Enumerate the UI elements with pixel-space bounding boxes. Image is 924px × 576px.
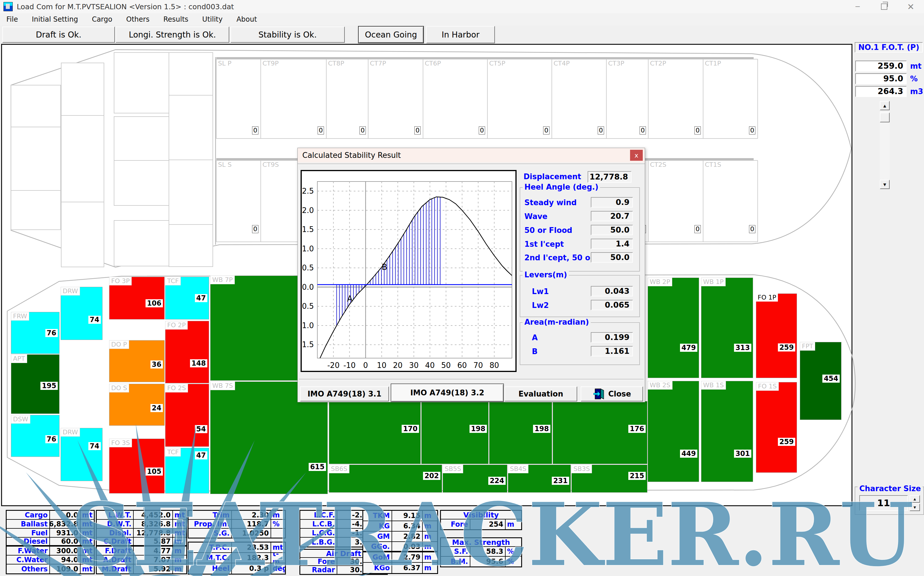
row-unit: %	[505, 557, 521, 566]
displacement-value: 12,778.8	[588, 171, 632, 183]
menu-item-about[interactable]: About	[236, 15, 265, 23]
row-value: 7.07	[134, 555, 173, 564]
row-label: Fore	[300, 558, 337, 565]
dialog-button-evaluation[interactable]: Evaluation	[504, 386, 577, 402]
menu-item-results[interactable]: Results	[164, 15, 196, 23]
tank-quantity-field-m3[interactable]: 264.3	[855, 86, 907, 97]
tank-weight-value: 36	[151, 360, 163, 368]
tank-sb4s[interactable]: SB4S231	[508, 465, 571, 493]
row-unit: %	[271, 520, 285, 528]
tank-fo-2s[interactable]: FO 2S54	[165, 384, 209, 447]
menu-item-others[interactable]: Others	[126, 15, 157, 23]
mode-button-ocean-going[interactable]: Ocean Going	[358, 26, 424, 43]
tank-weight-value: 259	[778, 343, 795, 352]
tank-dsw[interactable]: DSW76	[11, 415, 59, 457]
scrollbar-thumb[interactable]	[880, 112, 890, 122]
tank-wb-2s[interactable]: WB 2S449	[648, 381, 699, 482]
tank-unnamed-16[interactable]: 198	[421, 401, 489, 464]
svg-text:-10: -10	[343, 361, 355, 370]
tank-wb-1p[interactable]: WB 1P313	[701, 278, 753, 378]
tank-unnamed-18[interactable]: 176	[553, 401, 647, 464]
tank-name-label: FO 1S	[756, 382, 779, 391]
table-row: D.W.T.8,326.8mt	[97, 520, 186, 529]
tank-sb5s[interactable]: SB5S224	[443, 465, 507, 493]
tank-sb6s[interactable]: SB6S202	[329, 465, 442, 493]
row-label: F.Water	[6, 547, 50, 555]
scroll-up-icon[interactable]: ▲	[880, 101, 890, 110]
table-row: Fuel931.0mt	[6, 529, 94, 538]
cargo-cell-value-ct9p: 0	[318, 126, 324, 134]
close-icon[interactable]: ✕	[897, 0, 924, 13]
displacement-label: Displacement	[523, 172, 581, 181]
tank-wb-1s[interactable]: WB 1S301	[701, 381, 753, 482]
row-unit: m	[423, 563, 437, 573]
minimize-icon[interactable]: ─	[844, 0, 871, 13]
field-value-lw1: 0.043	[591, 286, 633, 296]
tank-name-label: TCF	[165, 448, 181, 456]
cargo-cell-label-ct5p: CT5P	[488, 60, 507, 67]
tank-fo-1s[interactable]: FO 1S259	[756, 382, 797, 473]
tank-apt[interactable]: APT195	[11, 354, 59, 414]
table-row: Heel0.3 pdeg	[189, 563, 285, 574]
tank-fo-3p[interactable]: FO 3P106	[109, 277, 165, 320]
character-size-down-icon[interactable]: ▼	[910, 504, 920, 511]
tank-unnamed-15[interactable]: 170	[329, 401, 421, 464]
dialog-button-imo-a749-18-3-1[interactable]: IMO A749(18) 3.1	[300, 386, 389, 402]
dialog-title-bar[interactable]: Calculated Stability Result	[298, 148, 645, 162]
row-unit	[271, 529, 285, 538]
cargo-cell-value-sl-s: 0	[252, 225, 258, 233]
menu-item-initial-setting[interactable]: Initial Setting	[32, 15, 85, 23]
tank-quantity-field-[interactable]: 95.0	[855, 73, 907, 84]
character-size-up-icon[interactable]: ▲	[910, 495, 920, 503]
tank-wb-2p[interactable]: WB 2P479	[648, 278, 699, 378]
tank-fo-3s[interactable]: FO 3S105	[109, 438, 165, 493]
character-size-field[interactable]: 11	[859, 495, 908, 511]
tank-do-p[interactable]: DO P36	[109, 340, 165, 382]
tank-tcf[interactable]: TCF47	[165, 448, 209, 493]
table-row: B.M.95.6%	[441, 557, 521, 566]
dialog-button-imo-a749-18-3-2[interactable]: IMO A749(18) 3.2	[391, 384, 504, 402]
tank-fo-2p[interactable]: FO 2P148	[165, 321, 209, 383]
tank-weight-value: 76	[45, 329, 58, 337]
svg-text:-1.0: -1.0	[301, 321, 314, 330]
tank-do-s[interactable]: DO S24	[109, 384, 165, 426]
restore-icon[interactable]	[871, 0, 897, 13]
menu-item-utility[interactable]: Utility	[202, 15, 230, 23]
scroll-down-icon[interactable]: ▼	[880, 180, 890, 189]
row-value: 95.6	[470, 557, 505, 566]
tank-weight-value: 195	[40, 382, 58, 390]
row-value: 254	[470, 520, 505, 529]
data-table-6: TKM9.15mKG6.34mGM2.82mGGo.0.03mGoM2.79mK…	[363, 510, 438, 574]
menu-item-file[interactable]: File	[6, 15, 26, 23]
dialog-close-icon[interactable]: x	[630, 150, 643, 161]
mode-button-in-harbor[interactable]: In Harbor	[426, 26, 495, 43]
tank-drw[interactable]: DRW74	[61, 428, 103, 481]
tank-tcf[interactable]: TCF47	[165, 277, 209, 320]
app-icon	[3, 2, 13, 11]
cargo-cell-label-ct1s: CT1S	[704, 161, 722, 168]
tank-fo-1p[interactable]: FO 1P259	[756, 293, 797, 378]
svg-text:-1.5: -1.5	[301, 340, 314, 349]
tank-unnamed-17[interactable]: 198	[489, 401, 552, 464]
cargo-cell-value-ct2s: 0	[695, 225, 701, 233]
svg-text:40: 40	[425, 361, 435, 370]
svg-text:A: A	[347, 294, 353, 304]
row-label: Trim	[189, 511, 232, 519]
field-label-steady-wind: Steady wind	[525, 198, 577, 207]
row-unit: mt	[173, 520, 186, 528]
tank-sb3s[interactable]: SB3S215	[571, 465, 647, 493]
menu-item-cargo[interactable]: Cargo	[92, 15, 120, 23]
row-label: GM	[363, 531, 392, 541]
tank-fpt[interactable]: FPT454	[800, 342, 841, 420]
row-label: TKM	[363, 511, 392, 521]
tank-drw[interactable]: DRW74	[61, 287, 103, 340]
row-unit: m	[173, 555, 186, 564]
tank-frw[interactable]: FRW76	[11, 312, 59, 354]
row-label: GoM	[363, 552, 392, 562]
dialog-button-close[interactable]: Close	[581, 386, 643, 402]
cargo-cell-value-ct7p: 0	[414, 126, 421, 134]
tank-name-label: SB6S	[329, 465, 350, 473]
row-value: 12,778.8	[134, 529, 173, 537]
tank-quantity-field-mt[interactable]: 259.0	[855, 61, 907, 72]
row-unit: t-m	[271, 553, 285, 563]
